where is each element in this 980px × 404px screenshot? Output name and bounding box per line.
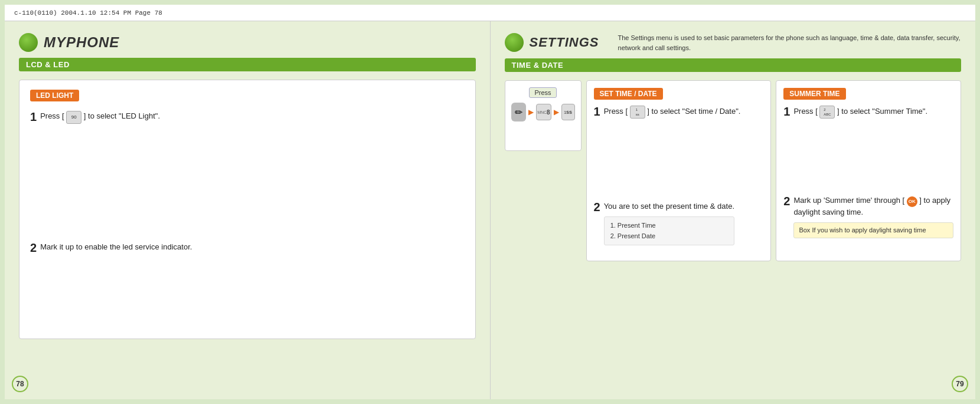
button-sequence: ✏ ▶ MNC 8 ▶ 1 ss: [511, 103, 575, 121]
top-header: c-110(0110) 2004.1.10 12:54 PM Page 78: [5, 5, 975, 21]
myphone-circle: [19, 33, 38, 52]
summer-time-column: SUMMER TIME 1 Press [ 2ABC ] to select "…: [776, 80, 961, 261]
settime-list: 1. Present Time 2. Present Date: [604, 216, 734, 245]
left-section: MYPHONE LCD & LED LED LIGHT 1 Press [ 90…: [5, 21, 491, 399]
summer-step2-num: 2: [783, 195, 790, 207]
settime-key: 1ss: [630, 106, 645, 119]
step2-text: Mark it up to enable the led service ind…: [40, 242, 192, 252]
step2-number: 2: [30, 242, 37, 254]
page-num-78: 78: [12, 376, 28, 392]
led-light-box: LED LIGHT 1 Press [ 90 ] to select "LED …: [19, 80, 476, 339]
summer-time-label: SUMMER TIME: [783, 88, 845, 100]
press-label: Press: [529, 87, 556, 98]
three-columns: Press ✏ ▶ MNC 8 ▶ 1: [505, 80, 962, 261]
time-date-bar: TIME & DATE: [505, 58, 962, 72]
settime-step1: 1 Press [ 1ss ] to select "Set time / Da…: [594, 106, 764, 119]
summer-step2: 2 Mark up 'Summer time' through [ OK ] t…: [783, 195, 953, 238]
main-content: MYPHONE LCD & LED LED LIGHT 1 Press [ 90…: [5, 21, 975, 399]
settime-step2-text: You are to set the present time & date. …: [604, 201, 734, 245]
arrow2: ▶: [554, 108, 559, 116]
summer-step1-text: Press [ 2ABC ] to select "Summer Time".: [793, 106, 927, 119]
mnc8-btn: MNC 8: [536, 104, 551, 120]
right-section: SETTINGS The Settings menu is used to se…: [491, 21, 976, 399]
press-box: Press ✏ ▶ MNC 8 ▶ 1: [505, 80, 582, 151]
summer-note: Box If you wish to apply daylight saving…: [793, 222, 953, 238]
step1-number: 1: [30, 111, 37, 123]
step1-text: Press [ 90 ] to select "LED Light".: [40, 111, 160, 124]
left-step1: 1 Press [ 90 ] to select "LED Light".: [30, 111, 465, 124]
summer-step1: 1 Press [ 2ABC ] to select "Summer Time"…: [783, 106, 953, 119]
settime-step1-text: Press [ 1ss ] to select "Set time / Date…: [604, 106, 741, 119]
myphone-brand: MYPHONE: [44, 34, 119, 51]
settime-step2-num: 2: [594, 201, 600, 213]
summer-step1-num: 1: [783, 106, 790, 117]
settings-desc: The Settings menu is used to set basic p…: [618, 33, 961, 52]
press-column: Press ✏ ▶ MNC 8 ▶ 1: [505, 80, 582, 261]
settings-brand: SETTINGS: [530, 35, 599, 50]
left-brand-header: MYPHONE: [19, 33, 476, 52]
settime-step1-num: 1: [594, 106, 600, 117]
arrow1: ▶: [528, 108, 534, 116]
lcd-led-bar: LCD & LED: [19, 58, 476, 71]
ok-button-icon: OK: [907, 196, 917, 207]
header-text: c-110(0110) 2004.1.10 12:54 PM Page 78: [14, 9, 162, 17]
summer-step2-text: Mark up 'Summer time' through [ OK ] to …: [793, 195, 953, 238]
set-time-column: SET TIME / DATE 1 Press [ 1ss ] to selec…: [586, 80, 772, 261]
settings-header-row: SETTINGS The Settings menu is used to se…: [505, 33, 962, 52]
phone-icon: ✏: [511, 103, 526, 121]
settime-step2: 2 You are to set the present time & date…: [594, 201, 764, 245]
led-light-label: LED LIGHT: [30, 90, 79, 101]
summer-key1: 2ABC: [819, 106, 835, 119]
settings-circle: [505, 33, 524, 52]
set-time-label: SET TIME / DATE: [594, 88, 663, 100]
left-step2: 2 Mark it up to enable the led service i…: [30, 242, 465, 254]
one-btn: 1 ss: [561, 104, 575, 120]
page-num-79: 79: [952, 376, 968, 392]
settings-brand-row: SETTINGS: [505, 33, 599, 52]
